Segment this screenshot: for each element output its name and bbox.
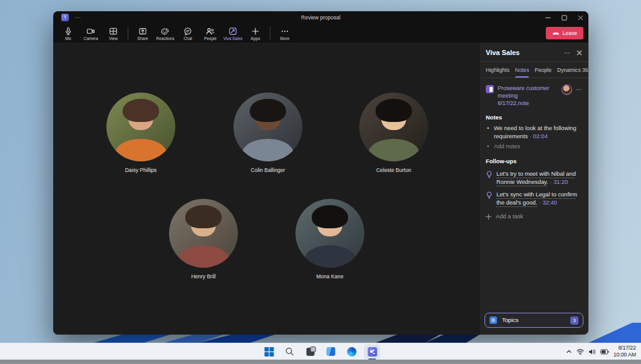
chat-button[interactable]: Chat (177, 26, 199, 41)
followup-timestamp[interactable]: 31:20 (550, 179, 568, 185)
people-label: People (204, 36, 217, 41)
tray-chevron-icon[interactable] (566, 348, 572, 355)
add-notes[interactable]: Add notes (486, 143, 582, 151)
panel-header: Viva Sales ⋯ (479, 43, 588, 61)
reactions-icon (161, 27, 170, 36)
close-icon[interactable] (572, 11, 588, 24)
viva-sales-panel: Viva Sales ⋯ Highlights Notes People Dyn… (479, 43, 588, 335)
taskbar-center (261, 343, 381, 360)
panel-tabs: Highlights Notes People Dynamics 365 (479, 61, 588, 78)
people-button[interactable]: People (199, 26, 222, 41)
participant-tile[interactable]: Daisy Phillips (106, 93, 175, 173)
participant-name: Daisy Phillips (106, 167, 175, 173)
panel-more-icon[interactable]: ⋯ (564, 49, 571, 56)
topics-label: Topics (502, 317, 518, 323)
edge-button[interactable] (344, 345, 360, 359)
topics-button[interactable]: Topics 3 (485, 313, 583, 328)
followup-timestamp[interactable]: 32:40 (539, 200, 557, 206)
camera-button[interactable]: Camera (79, 26, 102, 41)
apps-button[interactable]: Apps (244, 26, 267, 41)
toolbar-divider (270, 26, 270, 40)
window-controls (540, 11, 588, 24)
battery-icon[interactable] (600, 349, 609, 355)
note-file-row[interactable]: Proseware customer meeting 8/17/22.note … (486, 84, 582, 107)
start-button[interactable] (261, 345, 277, 359)
people-icon (206, 27, 215, 36)
teams-meeting-window: T ⋯ Review proposal Mic Camera Vie (53, 11, 588, 335)
edge-icon (347, 347, 356, 356)
panel-body: Proseware customer meeting 8/17/22.note … (479, 78, 588, 335)
task-view-button[interactable] (302, 345, 319, 359)
tab-dynamics-365[interactable]: Dynamics 365 (557, 62, 588, 78)
note-more-icon[interactable]: ⋯ (576, 86, 582, 93)
participant-name: Celeste Burton (359, 167, 428, 173)
participant-tile[interactable]: Mona Kane (295, 199, 364, 280)
followups-heading: Follow-ups (486, 158, 582, 166)
lightbulb-icon (486, 191, 493, 199)
tab-highlights[interactable]: Highlights (486, 62, 510, 78)
share-button[interactable]: Share (131, 26, 154, 41)
volume-icon[interactable] (588, 348, 596, 355)
toolbar-divider (128, 26, 128, 40)
apps-plus-icon (251, 27, 260, 36)
view-label: View (109, 36, 118, 41)
camera-label: Camera (83, 36, 98, 41)
participant-name: Mona Kane (295, 273, 364, 280)
add-task-button[interactable]: Add a task (486, 213, 582, 221)
teams-logo-icon: T (61, 14, 69, 21)
svg-text:T: T (64, 15, 66, 19)
apps-label: Apps (251, 36, 260, 41)
search-icon (285, 347, 294, 356)
avatar (185, 205, 221, 228)
leave-button[interactable]: Leave (546, 27, 583, 39)
participant-video (106, 93, 175, 161)
chat-label: Chat (183, 36, 192, 41)
note-item[interactable]: We need to look at the following require… (486, 124, 582, 140)
teams-taskbar-button[interactable] (364, 345, 381, 359)
taskbar-clock[interactable]: 8/17/22 10:00 AM (613, 345, 636, 358)
wifi-icon[interactable] (577, 348, 584, 355)
participant-video (359, 93, 428, 161)
followup-item[interactable]: Let's sync with Legal to confirm the dea… (486, 191, 582, 206)
participant-video (169, 199, 238, 268)
notes-list: We need to look at the following require… (486, 124, 582, 151)
tab-people[interactable]: People (535, 62, 551, 78)
meeting-toolbar: Mic Camera View Share Reactions Chat Peo… (53, 24, 588, 43)
window-title: Review proposal (53, 14, 588, 21)
viva-sales-icon (228, 27, 237, 36)
view-button[interactable]: View (102, 26, 125, 41)
taskbar-date: 8/17/22 (613, 345, 636, 351)
search-button[interactable] (282, 345, 298, 359)
more-dots-icon (280, 27, 289, 36)
teams-icon (367, 347, 377, 356)
followup-item[interactable]: Let's try to meet with Nibal and Ronnie … (486, 170, 582, 186)
notes-heading: Notes (486, 114, 582, 122)
mic-icon (64, 27, 73, 36)
lightbulb-icon (486, 171, 493, 178)
mic-button[interactable]: Mic (57, 26, 79, 41)
widgets-icon (327, 347, 336, 356)
note-timestamp[interactable]: 02:04 (530, 133, 548, 139)
screen-edge-strip (0, 360, 641, 364)
maximize-icon[interactable] (556, 11, 572, 24)
titlebar-more-icon[interactable]: ⋯ (75, 14, 81, 21)
leave-label: Leave (563, 30, 577, 36)
avatar (312, 205, 347, 228)
participant-name: Henry Brill (169, 273, 238, 280)
panel-close-icon[interactable] (577, 50, 582, 56)
meeting-content: Daisy Phillips Colin Ballinger Celeste B… (53, 43, 588, 335)
tab-notes[interactable]: Notes (515, 62, 529, 78)
avatar (376, 99, 411, 122)
avatar (123, 99, 158, 122)
viva-sales-button[interactable]: Viva Sales (222, 26, 244, 41)
participant-tile[interactable]: Henry Brill (169, 199, 238, 280)
system-tray: 8/17/22 10:00 AM (566, 343, 636, 360)
minimize-icon[interactable] (540, 11, 556, 24)
widgets-button[interactable] (323, 345, 339, 359)
reactions-label: Reactions (156, 36, 175, 41)
reactions-button[interactable]: Reactions (154, 26, 177, 41)
participant-tile[interactable]: Celeste Burton (359, 93, 428, 173)
more-button[interactable]: More (274, 26, 296, 41)
participant-tile[interactable]: Colin Ballinger (233, 93, 302, 173)
note-owner-avatar (562, 84, 572, 95)
